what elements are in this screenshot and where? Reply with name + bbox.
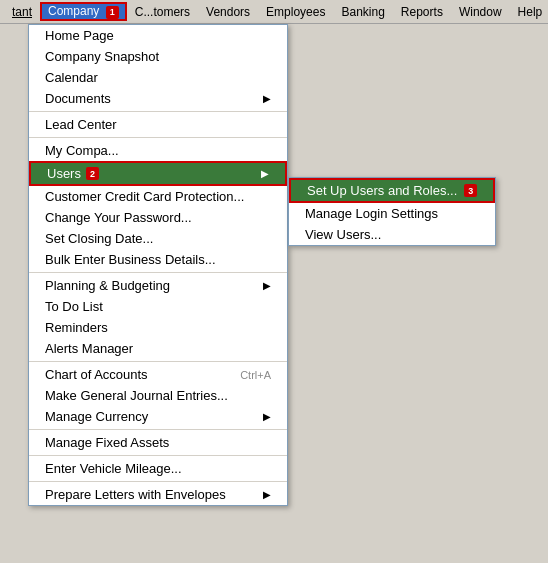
menu-item-fixed-assets[interactable]: Manage Fixed Assets bbox=[29, 432, 287, 453]
menu-item-change-password[interactable]: Change Your Password... bbox=[29, 207, 287, 228]
users-arrow-icon: ▶ bbox=[261, 168, 269, 179]
planning-arrow-icon: ▶ bbox=[263, 280, 271, 291]
company-badge: 1 bbox=[106, 6, 119, 19]
menu-item-reminders[interactable]: Reminders bbox=[29, 317, 287, 338]
separator-7 bbox=[29, 481, 287, 482]
menu-item-bulk-enter[interactable]: Bulk Enter Business Details... bbox=[29, 249, 287, 270]
separator-1 bbox=[29, 111, 287, 112]
menu-item-prepare-letters[interactable]: Prepare Letters with Envelopes ▶ bbox=[29, 484, 287, 505]
letters-arrow-icon: ▶ bbox=[263, 489, 271, 500]
currency-arrow-icon: ▶ bbox=[263, 411, 271, 422]
submenu-item-view-users[interactable]: View Users... bbox=[289, 224, 495, 245]
menu-item-calendar[interactable]: Calendar bbox=[29, 67, 287, 88]
menubar-item-customers[interactable]: C...tomers bbox=[127, 3, 198, 21]
menubar-item-banking[interactable]: Banking bbox=[333, 3, 392, 21]
menu-item-company-snapshot[interactable]: Company Snapshot bbox=[29, 46, 287, 67]
menubar-item-vendors[interactable]: Vendors bbox=[198, 3, 258, 21]
separator-5 bbox=[29, 429, 287, 430]
menu-item-vehicle-mileage[interactable]: Enter Vehicle Mileage... bbox=[29, 458, 287, 479]
menu-item-todo[interactable]: To Do List bbox=[29, 296, 287, 317]
menu-item-planning[interactable]: Planning & Budgeting ▶ bbox=[29, 275, 287, 296]
company-dropdown: Home Page Company Snapshot Calendar Docu… bbox=[28, 24, 288, 506]
setup-users-badge: 3 bbox=[464, 184, 477, 197]
menu-item-documents[interactable]: Documents ▶ bbox=[29, 88, 287, 109]
separator-2 bbox=[29, 137, 287, 138]
separator-4 bbox=[29, 361, 287, 362]
menubar-item-help[interactable]: Help bbox=[510, 3, 548, 21]
menubar-item-employees[interactable]: Employees bbox=[258, 3, 333, 21]
menu-item-journal-entries[interactable]: Make General Journal Entries... bbox=[29, 385, 287, 406]
users-submenu: Set Up Users and Roles... 3 Manage Login… bbox=[288, 177, 496, 246]
separator-6 bbox=[29, 455, 287, 456]
menubar-item-tant[interactable]: tant bbox=[4, 3, 40, 21]
chart-shortcut: Ctrl+A bbox=[220, 369, 271, 381]
main-content: Home Page Company Snapshot Calendar Docu… bbox=[0, 24, 548, 563]
menu-item-manage-currency[interactable]: Manage Currency ▶ bbox=[29, 406, 287, 427]
menu-item-my-company[interactable]: My Compa... bbox=[29, 140, 287, 161]
menu-item-lead-center[interactable]: Lead Center bbox=[29, 114, 287, 135]
menubar-item-window[interactable]: Window bbox=[451, 3, 510, 21]
menu-item-alerts[interactable]: Alerts Manager bbox=[29, 338, 287, 359]
documents-arrow-icon: ▶ bbox=[263, 93, 271, 104]
menu-item-set-closing-date[interactable]: Set Closing Date... bbox=[29, 228, 287, 249]
menubar-item-company[interactable]: Company 1 bbox=[40, 2, 127, 20]
menu-item-chart-of-accounts[interactable]: Chart of Accounts Ctrl+A bbox=[29, 364, 287, 385]
menubar-item-reports[interactable]: Reports bbox=[393, 3, 451, 21]
menu-item-homepage[interactable]: Home Page bbox=[29, 25, 287, 46]
menu-item-users[interactable]: Users 2 ▶ bbox=[29, 161, 287, 186]
submenu-item-setup-users[interactable]: Set Up Users and Roles... 3 bbox=[289, 178, 495, 203]
separator-3 bbox=[29, 272, 287, 273]
users-badge: 2 bbox=[86, 167, 99, 180]
submenu-item-login-settings[interactable]: Manage Login Settings bbox=[289, 203, 495, 224]
menu-item-credit-card[interactable]: Customer Credit Card Protection... bbox=[29, 186, 287, 207]
menubar: tant Company 1 C...tomers Vendors Employ… bbox=[0, 0, 548, 24]
